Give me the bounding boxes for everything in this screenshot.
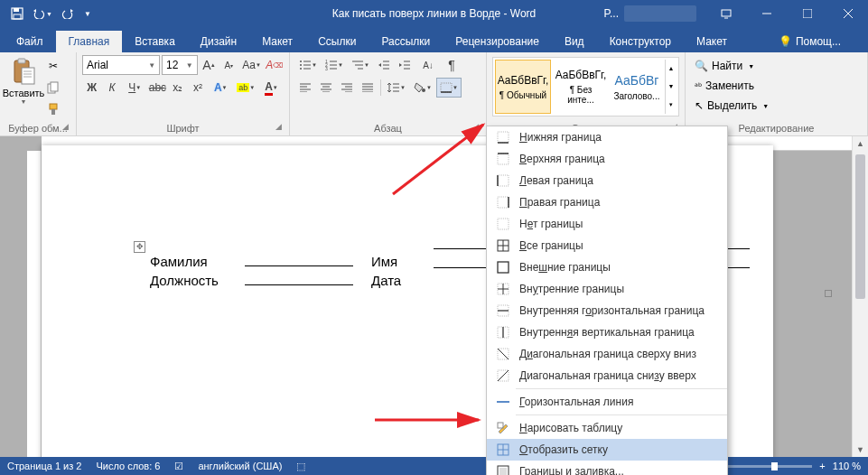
border-menu-dup[interactable]: Диагональная граница снизу вверх <box>487 365 727 387</box>
paste-arrow[interactable]: ▼ <box>21 98 27 105</box>
border-menu-top[interactable]: Верхняя граница <box>487 148 727 170</box>
superscript-button[interactable]: x² <box>188 78 207 98</box>
tab-file[interactable]: Файл <box>4 31 56 52</box>
border-menu-ih[interactable]: Внутренняя горизонтальная граница <box>487 300 727 321</box>
border-menu-none[interactable]: Нет границы <box>487 213 727 235</box>
tab-mailings[interactable]: Рассылки <box>369 31 443 52</box>
clipboard-dialog[interactable]: ◢ <box>62 122 73 133</box>
style-no-spacing[interactable]: АаБбВвГг, ¶ Без инте... <box>553 60 609 114</box>
tab-layout2[interactable]: Макет <box>684 31 740 52</box>
tell-me[interactable]: 💡Помощ... <box>770 31 850 52</box>
minimize-button[interactable] <box>746 0 787 27</box>
spellcheck-icon[interactable]: ☑ <box>174 461 183 472</box>
status-language[interactable]: английский (США) <box>198 461 282 471</box>
align-right-button[interactable] <box>337 78 357 98</box>
scroll-thumb[interactable] <box>855 154 865 299</box>
tab-layout[interactable]: Макет <box>249 31 305 52</box>
format-painter-button[interactable] <box>43 100 63 118</box>
find-button[interactable]: 🔍Найти▼ <box>691 56 862 76</box>
field-line[interactable] <box>245 265 353 266</box>
border-menu-draw[interactable]: Нарисовать таблицу <box>487 417 727 439</box>
font-color-button[interactable]: A▼ <box>259 78 284 98</box>
border-menu-hline[interactable]: Горизонтальная линия <box>487 391 727 413</box>
show-marks-button[interactable]: ¶ <box>442 55 462 75</box>
sort-button[interactable]: A↓ <box>415 55 441 75</box>
status-words[interactable]: Число слов: 6 <box>96 461 160 471</box>
shrink-font-button[interactable]: A▾ <box>219 55 238 75</box>
save-button[interactable] <box>5 2 29 25</box>
maximize-button[interactable] <box>787 0 827 27</box>
tab-review[interactable]: Рецензирование <box>443 31 552 52</box>
zoom-in-button[interactable]: + <box>819 461 825 471</box>
change-case-button[interactable]: Aa▼ <box>240 55 264 75</box>
paste-button[interactable]: Вставить ▼ <box>5 55 42 105</box>
zoom-thumb[interactable] <box>771 462 778 470</box>
ruler-vertical[interactable] <box>27 151 42 457</box>
tab-home[interactable]: Главная <box>56 31 123 52</box>
decrease-indent-button[interactable] <box>374 55 394 75</box>
borders-button[interactable]: ▼ <box>436 78 462 98</box>
strikethrough-button[interactable]: abc <box>148 78 167 98</box>
border-menu-all[interactable]: Все границы <box>487 235 727 256</box>
tab-insert[interactable]: Вставка <box>122 31 188 52</box>
status-page[interactable]: Страница 1 из 2 <box>7 461 81 471</box>
multilevel-button[interactable]: ▼ <box>348 55 373 75</box>
tab-references[interactable]: Ссылки <box>305 31 369 52</box>
vertical-scrollbar[interactable]: ▲ ▼ <box>852 136 868 457</box>
close-button[interactable] <box>827 0 868 27</box>
undo-button[interactable]: ▼ <box>31 2 54 25</box>
table-resize-handle[interactable] <box>825 290 832 297</box>
scroll-up-icon[interactable]: ▲ <box>853 136 868 148</box>
menu-item-label: Отобразить сетку <box>519 443 608 456</box>
subscript-button[interactable]: x₂ <box>168 78 187 98</box>
border-menu-inside[interactable]: Внутренние границы <box>487 278 727 300</box>
tab-constructor[interactable]: Конструктор <box>597 31 684 52</box>
scroll-down-icon[interactable]: ▼ <box>853 445 868 454</box>
border-menu-right[interactable]: Правая граница <box>487 191 727 213</box>
tab-design[interactable]: Дизайн <box>188 31 249 52</box>
style-normal[interactable]: АаБбВвГг, ¶ Обычный <box>495 60 551 114</box>
bold-button[interactable]: Ж <box>82 78 101 98</box>
align-left-button[interactable] <box>295 78 315 98</box>
underline-button[interactable]: Ч▼ <box>123 78 147 98</box>
text-effects-button[interactable]: A▼ <box>209 78 233 98</box>
qat-customize[interactable]: ▼ <box>81 2 94 25</box>
increase-indent-button[interactable] <box>395 55 415 75</box>
border-menu-iv[interactable]: Внутренняя вертикальная граница <box>487 321 727 343</box>
highlight-button[interactable]: ab▼ <box>234 78 258 98</box>
cut-button[interactable]: ✂ <box>43 57 63 75</box>
styles-more[interactable]: ▲▼▾ <box>665 60 677 114</box>
border-menu-bottom[interactable]: Нижняя граница <box>487 126 727 148</box>
paragraph-dialog[interactable]: ◢ <box>472 122 483 133</box>
border-menu-left[interactable]: Левая граница <box>487 170 727 191</box>
italic-button[interactable]: К <box>102 78 121 98</box>
font-size-combo[interactable]: 12▼ <box>162 55 198 75</box>
shading-button[interactable]: ▼ <box>410 78 435 98</box>
select-button[interactable]: ↖Выделить▼ <box>691 96 862 116</box>
border-menu-dialog[interactable]: Границы и заливка... <box>487 461 727 475</box>
ribbon-options-button[interactable] <box>705 0 746 27</box>
replace-button[interactable]: ᵃᵇЗаменить <box>691 76 862 96</box>
clear-formatting-button[interactable]: A⌫ <box>266 55 284 75</box>
bullets-button[interactable]: ▼ <box>295 55 321 75</box>
field-line[interactable] <box>245 284 353 285</box>
style-heading1[interactable]: АаБбВг Заголово... <box>611 60 663 114</box>
numbering-button[interactable]: 123▼ <box>322 55 347 75</box>
align-center-button[interactable] <box>316 78 336 98</box>
tab-view[interactable]: Вид <box>552 31 597 52</box>
table-move-handle[interactable]: ✥ <box>134 241 145 253</box>
zoom-slider[interactable] <box>722 465 812 468</box>
border-menu-ddown[interactable]: Диагональная граница сверху вниз <box>487 343 727 365</box>
line-spacing-button[interactable]: ▼ <box>384 78 409 98</box>
zoom-level[interactable]: 110 % <box>833 461 861 471</box>
font-dialog[interactable]: ◢ <box>275 122 286 133</box>
border-menu-outside[interactable]: Внешние границы <box>487 256 727 278</box>
border-menu-grid[interactable]: Отобразить сетку <box>487 439 727 461</box>
font-name-combo[interactable]: Arial▼ <box>82 55 160 75</box>
redo-button[interactable] <box>56 2 79 25</box>
insert-mode-icon[interactable]: ⬚ <box>296 461 305 472</box>
grow-font-button[interactable]: A▴ <box>200 55 218 75</box>
account-label[interactable]: P... <box>599 2 624 25</box>
justify-button[interactable] <box>358 78 378 98</box>
copy-button[interactable] <box>43 79 63 97</box>
